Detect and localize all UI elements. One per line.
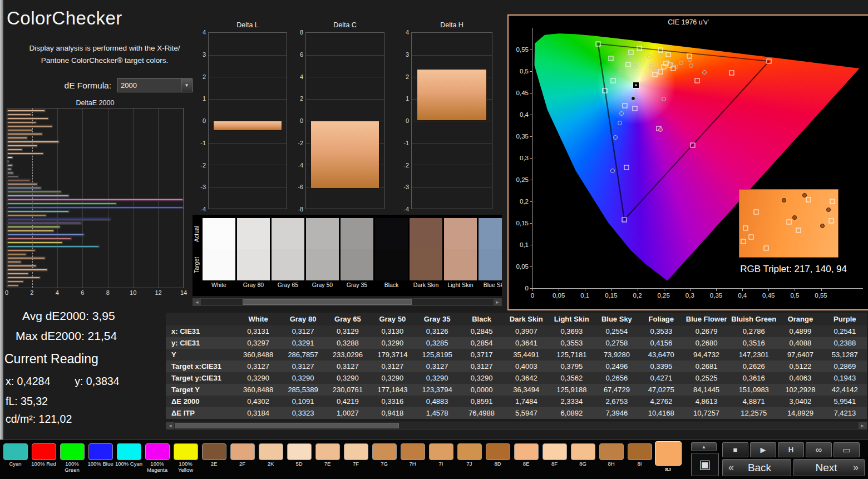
colorchecker-app: ColorChecker Display analysis is perform… [0,0,868,479]
patch-tab-cyan[interactable]: Cyan [1,440,29,479]
patch-swatch [287,443,312,460]
target-row-label: Target [193,249,201,280]
table-cell: 0,3127 [415,361,459,372]
axis-tick [716,288,717,291]
patch-tab-8j[interactable]: 8J [654,440,682,479]
table-cell: 0,3127 [280,325,325,337]
deltae-bar [7,206,183,209]
table-cell: 0,4088 [778,337,822,349]
table-cell: 230,0761 [326,384,370,396]
axis-label: 0 [300,117,303,124]
deltae-bar [7,183,37,185]
table-cell: 36,3494 [504,384,549,396]
patch-tab-8e[interactable]: 8E [512,440,540,479]
swatch-label: Gray 80 [237,280,270,289]
de-formula-dropdown[interactable]: 2000 ▼ [117,78,193,92]
inset-target-marker [764,246,769,251]
table-cell: 0,3184 [236,407,280,419]
patch-label: 8H [598,461,625,467]
table-cell: 177,1843 [370,384,415,396]
swatch-actual [341,218,373,249]
patch-tab-7g[interactable]: 7G [370,440,398,479]
meter-icon[interactable]: H [778,442,804,457]
deltae-axis-label: 2 [30,289,33,296]
target-marker [595,41,600,46]
table-cell: 12,2575 [729,407,778,419]
patch-tab-100-magenta[interactable]: 100% Magenta [143,440,171,479]
patch-tab-7i[interactable]: 7I [427,440,455,479]
collapse-icon[interactable]: ▲ [691,442,717,451]
patch-tab-100-yellow[interactable]: 100% Yellow [171,440,200,479]
target-marker [611,78,616,83]
patch-label: 100% Cyan [115,461,143,467]
axis-label: -6 [298,184,303,190]
column-header: Black [460,313,504,325]
table-cell: 360,8488 [236,384,280,396]
deltae-chart-title: DeltaE 2000 [7,99,184,107]
target-marker [767,59,772,64]
table-cell: 0,4003 [504,361,549,372]
patch-tab-5d[interactable]: 5D [285,440,313,479]
patch-tab-100-cyan[interactable]: 100% Cyan [115,440,143,479]
patch-label: 8J [654,467,682,473]
left-edge-scrollbar[interactable] [0,0,3,440]
back-button[interactable]: « Back [722,459,791,476]
table-cell: 0,3516 [729,337,778,349]
patch-tab-2e[interactable]: 2E [200,440,228,479]
scrollbar-thumb[interactable] [175,423,399,428]
axis-label: 0,45 [516,90,529,96]
table-scrollbar[interactable]: ◄ ► [166,422,867,429]
play-icon[interactable]: ▶ [750,442,776,457]
patch-swatch [174,443,198,460]
scroll-right-icon[interactable]: ► [859,422,866,429]
patch-tab-7f[interactable]: 7F [342,440,370,479]
color-swatch: Black [375,218,408,289]
stop-icon[interactable]: ■ [722,442,748,457]
next-button[interactable]: Next » [793,459,865,476]
patch-tab-8f[interactable]: 8F [540,440,569,479]
deltae-bar [7,199,183,201]
measured-marker [665,60,670,64]
scroll-left-icon[interactable]: ◄ [166,422,174,429]
patch-tab-100-red[interactable]: 100% Red [29,440,58,479]
patch-label: 7E [314,461,342,467]
description: Display analysis is performed with the X… [14,42,195,66]
current-reading-heading: Current Reading [4,352,98,367]
back-chevron-icon: « [728,462,734,473]
pattern-window-icon[interactable]: ▣ [691,453,719,476]
target-marker [622,217,627,222]
scroll-left-icon[interactable]: ◄ [193,299,201,305]
axis-label: 0,15 [516,220,529,226]
patch-tab-2k[interactable]: 2K [257,440,285,479]
patch-tab-8g[interactable]: 8G [569,440,597,479]
measured-marker [674,65,678,69]
patch-tab-7e[interactable]: 7E [313,440,342,479]
patch-tab-7j[interactable]: 7J [455,440,484,479]
x-readout: x: 0,4284 [6,375,50,388]
patch-tab-7h[interactable]: 7H [398,440,427,479]
patch-tab-100-blue[interactable]: 100% Blue [86,440,115,479]
table-cell: 0,4271 [639,372,683,384]
patch-tab-8d[interactable]: 8D [484,440,512,479]
max-de2000-readout: Max dE2000: 21,54 [16,329,117,343]
display-icon[interactable]: ▭ [834,442,860,457]
strip-scrollbar[interactable]: ◄ ► [193,298,502,306]
patch-tab-8i[interactable]: 8I [625,440,654,479]
table-cell: 0,8591 [460,396,504,407]
column-header: Bluish Green [729,313,778,325]
patch-tab-2f[interactable]: 2F [228,440,257,479]
scrollbar-thumb[interactable] [243,299,412,305]
patch-label: 8I [626,461,654,467]
table-cell: 3,0402 [778,396,822,407]
deltae-bar [7,226,60,228]
delta-l-axis: 43210-1-2-3-4 [193,32,206,209]
measured-marker [631,96,635,101]
patch-tab-100-green[interactable]: 100% Green [58,440,86,479]
deltae-bar [7,172,13,174]
scroll-right-icon[interactable]: ► [494,299,501,305]
patch-tab-8h[interactable]: 8H [597,440,625,479]
column-header: White [236,313,280,325]
link-icon[interactable]: ∞ [806,442,832,457]
row-label: Target y:CIE31 [166,372,236,384]
row-label: Y [166,349,236,361]
